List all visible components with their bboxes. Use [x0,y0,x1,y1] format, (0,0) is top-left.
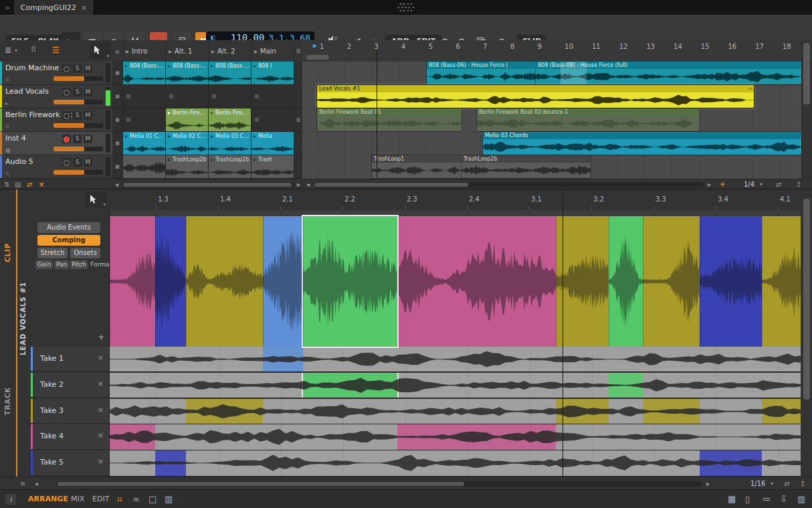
arranger-clip[interactable]: TrashLoop2b [462,155,591,178]
comp-segment-take-3[interactable] [186,216,264,347]
stretch-button[interactable]: Stretch [37,248,68,258]
take-lane-2[interactable] [110,373,801,398]
comp-segment-take-5[interactable] [155,216,185,347]
arranger-clip[interactable]: Berlin Firework Beat 02-bounce-1 [477,108,700,131]
clip-play-icon[interactable]: ▸ [211,63,213,69]
empty-clip-slot[interactable] [166,85,209,108]
record-arm-button[interactable] [62,64,71,73]
arranger-horizontal-scrollbar[interactable] [313,182,704,187]
track-list-caret-icon[interactable]: ▾ [15,48,17,54]
editor-ruler[interactable]: 1.31.42.12.22.32.43.13.23.33.44.1 [109,189,800,211]
launcher-clip[interactable]: ▸Trash [251,155,294,178]
record-arm-button[interactable] [62,88,71,96]
volume-slider[interactable] [54,147,103,151]
browser-panel-icon[interactable]: ▯ [745,494,750,504]
clip-fade-icon[interactable]: ≈ [748,85,752,92]
track-close-icon[interactable]: × [39,179,44,189]
onsets-button[interactable]: Onsets [70,248,100,258]
add-take-button[interactable]: + [98,332,105,342]
scene-header-alt-1[interactable]: ▸Alt. 1 [166,40,209,62]
take-label-row[interactable]: Take 4× [31,424,109,449]
take-lane-3[interactable] [110,399,801,424]
editor-vertical-scrollbar[interactable] [802,189,811,477]
scene-header-intro[interactable]: ▸Intro [123,40,166,62]
comp-segment-take-5[interactable] [700,216,762,347]
scene-play-icon[interactable]: ▸ [254,48,258,55]
solo-button[interactable]: S [73,88,82,96]
rail-track-tab[interactable]: TRACK [4,387,11,415]
track-header[interactable]: Audio 5∿SM [0,155,112,179]
take-lane-4[interactable] [110,424,801,449]
arranger-vertical-scrollbar[interactable] [802,40,811,189]
mute-button[interactable]: M [84,158,92,167]
track-rows-icon[interactable]: ▤ [15,179,21,189]
scene-header-main[interactable]: ▸Main [251,40,294,62]
record-arm-button[interactable] [62,158,71,167]
clip-stop-button[interactable]: ■ [112,85,123,108]
solo-button[interactable]: S [73,64,82,73]
take-label-row[interactable]: Take 1× [31,347,109,371]
clip-stop-button[interactable]: ■ [112,155,123,178]
editor-zoom-fit-icon[interactable]: ⇄ [784,479,789,489]
comping-button[interactable]: Comping [37,235,100,246]
arranger-grid-value[interactable]: 1/4 [744,179,754,189]
volume-slider[interactable] [54,76,103,81]
take-lane-5[interactable] [110,450,801,475]
empty-clip-slot[interactable] [123,108,166,131]
comp-segment-take-3[interactable] [556,216,609,347]
comp-segment-take-3[interactable] [762,216,801,347]
editor-horizontal-scrollbar[interactable] [56,481,702,487]
comp-lane[interactable] [109,210,801,347]
take-delete-button[interactable]: × [98,406,104,414]
launcher-clip[interactable]: ▸TrashLoop2b [209,155,251,178]
launcher-clip[interactable]: ▸808 ( [251,62,294,84]
editor-grid-value[interactable]: 1/16 [750,479,765,489]
arranger-clip[interactable]: Mella 03 Chords [483,132,801,155]
launcher-clip[interactable]: ▸808 (Bass-... [123,62,166,84]
info-button[interactable]: i [5,494,16,505]
track-list-menu-icon[interactable]: ≣ [5,46,11,55]
track-header[interactable]: Inst 4▦SM [0,132,112,155]
edit-view-button[interactable]: EDIT [92,495,109,503]
clip-stop-button[interactable]: ■ [112,132,123,155]
clip-stop-button[interactable]: ■ [112,62,123,84]
clip-play-icon[interactable]: ▸ [168,63,171,69]
track-sort-icon[interactable]: ⇅ [4,179,9,189]
snap-icon[interactable]: ✳ [720,179,725,189]
volume-slider[interactable] [54,123,103,128]
editor-pointer-tool-button[interactable]: ▾ [85,191,107,208]
clip-play-icon[interactable]: ▸ [168,133,171,139]
editor-scroll-left-icon[interactable]: ◂ [35,479,38,489]
audio-events-button[interactable]: Audio Events [37,222,100,233]
mute-button[interactable]: M [84,64,92,73]
arranger-scroll-left-icon[interactable]: ◂ [306,179,310,189]
mix-view-button[interactable]: MIX [71,495,84,503]
track-header[interactable]: Berlin Firework Kit⠿SM [0,108,112,132]
launcher-clip[interactable]: ▸Mella [251,132,294,155]
clip-play-icon[interactable]: ▸ [253,157,256,163]
track-header[interactable]: Drum Machine⠿SM [0,62,112,85]
multi-panel-icon[interactable]: ▥ [165,494,173,504]
editor-playhead[interactable] [563,189,563,477]
clip-play-icon[interactable]: ▸ [253,133,256,139]
grid-panel-icon[interactable]: ▥ [797,494,805,504]
track-swap-icon[interactable]: ⇄ [27,179,32,189]
clip-play-icon[interactable]: ▸ [168,110,171,116]
launcher-clip[interactable]: ▸Mella 01 C... [123,132,166,155]
arranger-clip[interactable]: Lead Vocals #1≈ [317,85,754,108]
volume-slider[interactable] [54,100,103,104]
clip-play-icon[interactable]: ▸ [253,63,256,69]
launcher-clip[interactable] [123,155,166,178]
clip-play-icon[interactable]: ▸ [125,133,128,139]
record-arm-button[interactable] [62,135,71,143]
mute-button[interactable]: M [84,111,92,120]
clip-play-icon[interactable]: ▸ [211,133,213,139]
launcher-scroll-right-icon[interactable]: ▸ [297,179,300,189]
arranger-playhead[interactable] [377,50,377,179]
take-lane-1[interactable] [110,347,801,371]
stop-all-column-header[interactable]: ▪ [112,40,123,62]
track-header[interactable]: Lead Vocals▸SM [0,85,112,108]
take-delete-button[interactable]: × [98,379,104,388]
launcher-grid-view-icon[interactable]: ⠿ [31,46,36,54]
comp-segment-take-4[interactable] [397,216,556,347]
